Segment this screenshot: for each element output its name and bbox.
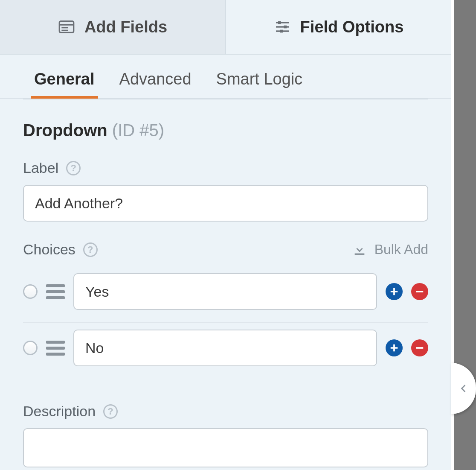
svg-rect-11 [416,347,424,349]
svg-rect-7 [284,26,287,29]
remove-choice-button[interactable] [411,339,428,356]
description-row: Description ? [23,403,428,469]
label-caption: Label [23,160,58,176]
field-type: Dropdown [23,121,107,140]
svg-rect-5 [278,21,281,24]
tab-add-fields-label: Add Fields [84,18,167,36]
subtab-advanced[interactable]: Advanced [119,70,192,98]
plus-icon [389,287,399,296]
add-choice-button[interactable] [386,339,403,356]
sub-tabs: General Advanced Smart Logic [0,55,451,99]
field-options-content: Dropdown (ID #5) Label ? Choices ? [0,99,451,469]
add-choice-button[interactable] [386,283,403,300]
description-caption: Description [23,403,96,420]
plus-icon [389,343,399,353]
drag-handle-icon[interactable] [46,282,65,301]
subtab-general[interactable]: General [34,70,95,98]
choice-input[interactable] [73,273,377,310]
sliders-icon [274,18,291,35]
help-icon[interactable]: ? [83,242,98,257]
form-fields-icon [58,18,75,35]
choice-row [23,323,428,383]
bulk-add-label: Bulk Add [374,242,428,257]
right-gutter [451,0,476,470]
remove-choice-button[interactable] [411,283,428,300]
choice-input[interactable] [73,330,377,366]
minus-icon [415,343,424,353]
minus-icon [415,287,424,296]
choice-default-radio[interactable] [23,341,38,355]
label-row: Label ? [23,160,428,222]
collapse-panel-button[interactable] [451,363,476,414]
choice-row [23,266,428,323]
choice-default-radio[interactable] [23,284,38,299]
bulk-add-link[interactable]: Bulk Add [352,242,428,257]
tab-add-fields[interactable]: Add Fields [0,0,226,54]
choices-row: Choices ? Bulk Add [23,241,428,383]
field-id: 5 [149,121,159,140]
label-input[interactable] [23,185,428,222]
field-options-panel: Add Fields Field Options General Advance… [0,0,451,470]
help-icon[interactable]: ? [103,404,118,419]
tab-field-options[interactable]: Field Options [226,0,451,54]
download-icon [352,242,367,257]
svg-rect-10 [416,291,424,292]
subtab-smart-logic[interactable]: Smart Logic [216,70,303,98]
tab-field-options-label: Field Options [300,18,404,36]
help-icon[interactable]: ? [66,161,81,175]
top-tabs: Add Fields Field Options [0,0,451,55]
drag-handle-icon[interactable] [46,339,65,357]
choices-caption: Choices [23,241,75,258]
svg-rect-9 [280,30,283,33]
description-input[interactable] [23,428,428,467]
field-heading: Dropdown (ID #5) [23,121,428,140]
chevron-left-icon [459,381,468,396]
